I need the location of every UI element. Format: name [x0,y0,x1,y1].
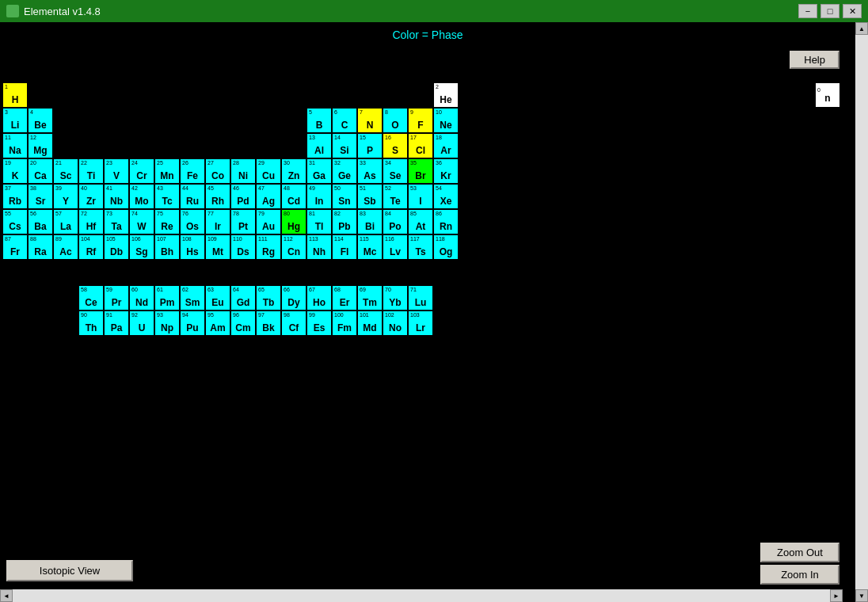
element-Pa[interactable]: 91Pa [105,311,128,335]
element-I[interactable]: 53I [409,185,432,208]
element-Bh[interactable]: 107Bh [155,235,179,259]
element-Cl[interactable]: 17Cl [409,134,432,158]
element-Os[interactable]: 76Os [181,210,204,234]
element-Ru[interactable]: 44Ru [181,185,204,208]
element-Cn[interactable]: 112Cn [282,235,306,259]
element-Md[interactable]: 101Md [358,311,382,335]
element-Tm[interactable]: 69Tm [358,286,382,310]
element-Li[interactable]: 3Li [3,109,27,132]
element-Au[interactable]: 79Au [257,210,280,234]
element-Ts[interactable]: 117Ts [409,235,432,259]
element-Mg[interactable]: 12Mg [29,134,52,158]
element-Re[interactable]: 75Re [155,210,179,234]
element-Nd[interactable]: 60Nd [130,286,154,310]
element-Be[interactable]: 4Be [29,109,52,132]
element-Db[interactable]: 105Db [105,235,128,259]
element-Te[interactable]: 52Te [383,185,407,208]
maximize-button[interactable]: □ [820,4,839,18]
element-N[interactable]: 7N [358,109,382,132]
element-Ce[interactable]: 58Ce [79,286,103,310]
element-Fm[interactable]: 100Fm [333,311,356,335]
element-Ni[interactable]: 28Ni [231,159,255,183]
element-F[interactable]: 9F [409,109,432,132]
element-As[interactable]: 33As [358,159,382,183]
element-Br[interactable]: 35Br [409,159,432,183]
element-He[interactable]: 2He [434,83,458,107]
element-Ag[interactable]: 47Ag [257,185,280,208]
element-Ba[interactable]: 56Ba [29,210,52,234]
element-Fr[interactable]: 87Fr [3,235,27,259]
element-Pm[interactable]: 61Pm [155,286,179,310]
element-Es[interactable]: 99Es [307,311,331,335]
element-U[interactable]: 92U [130,311,154,335]
element-Lu[interactable]: 71Lu [409,286,432,310]
element-Sb[interactable]: 51Sb [358,185,382,208]
element-Xe[interactable]: 54Xe [434,185,458,208]
element-Sc[interactable]: 21Sc [54,159,78,183]
scroll-down-button[interactable]: ▼ [855,589,868,602]
element-Tb[interactable]: 65Tb [257,286,280,310]
element-Zr[interactable]: 40Zr [79,185,103,208]
element-Mo[interactable]: 42Mo [130,185,154,208]
element-B[interactable]: 5B [307,109,331,132]
element-Cu[interactable]: 29Cu [257,159,280,183]
element-Cf[interactable]: 98Cf [282,311,306,335]
element-Mc[interactable]: 115Mc [358,235,382,259]
element-Pr[interactable]: 59Pr [105,286,128,310]
element-Hs[interactable]: 108Hs [181,235,204,259]
element-Cs[interactable]: 55Cs [3,210,27,234]
element-Pb[interactable]: 82Pb [333,210,356,234]
element-Ge[interactable]: 32Ge [333,159,356,183]
element-Co[interactable]: 27Co [206,159,230,183]
element-O[interactable]: 8O [383,109,407,132]
element-Cr[interactable]: 24Cr [130,159,154,183]
element-Mt[interactable]: 109Mt [206,235,230,259]
element-Si[interactable]: 14Si [333,134,356,158]
element-Yb[interactable]: 70Yb [383,286,407,310]
element-Sr[interactable]: 38Sr [29,185,52,208]
element-Rg[interactable]: 111Rg [257,235,280,259]
element-Tc[interactable]: 43Tc [155,185,179,208]
element-W[interactable]: 74W [130,210,154,234]
element-Hg[interactable]: 80Hg [282,210,306,234]
element-Bi[interactable]: 83Bi [358,210,382,234]
element-Fl[interactable]: 114Fl [333,235,356,259]
element-Ds[interactable]: 110Ds [231,235,255,259]
isotopic-view-button[interactable]: Isotopic View [6,560,133,581]
element-No[interactable]: 102No [383,311,407,335]
element-S[interactable]: 16S [383,134,407,158]
element-Nb[interactable]: 41Nb [105,185,128,208]
element-Tl[interactable]: 81Tl [307,210,331,234]
element-Ga[interactable]: 31Ga [307,159,331,183]
element-Pt[interactable]: 78Pt [231,210,255,234]
element-Ca[interactable]: 20Ca [29,159,52,183]
element-Lv[interactable]: 116Lv [383,235,407,259]
help-button[interactable]: Help [790,51,839,69]
element-Dy[interactable]: 66Dy [282,286,306,310]
element-Th[interactable]: 90Th [79,311,103,335]
element-Sg[interactable]: 106Sg [130,235,154,259]
zoom-out-button[interactable]: Zoom Out [760,543,839,562]
element-H[interactable]: 1H [3,83,27,107]
element-Bk[interactable]: 97Bk [257,311,280,335]
scroll-up-button[interactable]: ▲ [855,22,868,35]
element-Fe[interactable]: 26Fe [181,159,204,183]
element-Eu[interactable]: 63Eu [206,286,230,310]
element-Pu[interactable]: 94Pu [181,311,204,335]
element-In[interactable]: 49In [307,185,331,208]
element-Ho[interactable]: 67Ho [307,286,331,310]
element-Rb[interactable]: 37Rb [3,185,27,208]
scroll-left-button[interactable]: ◄ [0,589,13,602]
element-Na[interactable]: 11Na [3,134,27,158]
close-button[interactable]: ✕ [843,4,862,18]
element-Se[interactable]: 34Se [383,159,407,183]
element-Nh[interactable]: 113Nh [307,235,331,259]
element-Y[interactable]: 39Y [54,185,78,208]
element-Ra[interactable]: 88Ra [29,235,52,259]
element-Po[interactable]: 84Po [383,210,407,234]
element-Al[interactable]: 13Al [307,134,331,158]
element-Rn[interactable]: 86Rn [434,210,458,234]
element-Gd[interactable]: 64Gd [231,286,255,310]
element-Ne[interactable]: 10Ne [434,109,458,132]
element-Np[interactable]: 93Np [155,311,179,335]
